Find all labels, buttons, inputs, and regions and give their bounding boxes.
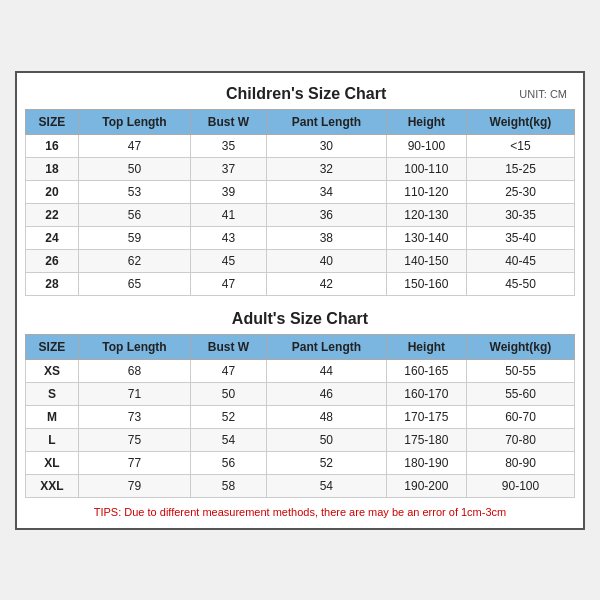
table-cell: 32 (266, 157, 386, 180)
table-cell: 170-175 (386, 405, 466, 428)
adult-col-weight: Weight(kg) (466, 334, 574, 359)
table-cell: 75 (78, 428, 190, 451)
table-cell: 42 (266, 272, 386, 295)
table-cell: 110-120 (386, 180, 466, 203)
children-title-row: Children's Size Chart UNIT: CM (25, 81, 575, 109)
table-cell: 54 (266, 474, 386, 497)
table-cell: 16 (26, 134, 79, 157)
table-cell: 44 (266, 359, 386, 382)
table-cell: 41 (191, 203, 267, 226)
table-cell: 190-200 (386, 474, 466, 497)
table-cell: XXL (26, 474, 79, 497)
table-cell: 50 (191, 382, 267, 405)
table-cell: 50 (78, 157, 190, 180)
table-cell: 20 (26, 180, 79, 203)
table-cell: 30-35 (466, 203, 574, 226)
table-row: XL775652180-19080-90 (26, 451, 575, 474)
table-cell: 22 (26, 203, 79, 226)
table-cell: 48 (266, 405, 386, 428)
adult-col-pantlength: Pant Length (266, 334, 386, 359)
table-cell: 24 (26, 226, 79, 249)
children-col-bustw: Bust W (191, 109, 267, 134)
children-col-weight: Weight(kg) (466, 109, 574, 134)
table-cell: 46 (266, 382, 386, 405)
table-cell: 35 (191, 134, 267, 157)
table-cell: 50 (266, 428, 386, 451)
table-cell: 80-90 (466, 451, 574, 474)
table-row: 18503732100-11015-25 (26, 157, 575, 180)
table-row: 20533934110-12025-30 (26, 180, 575, 203)
adult-title-row: Adult's Size Chart (25, 306, 575, 334)
table-cell: 60-70 (466, 405, 574, 428)
table-cell: 39 (191, 180, 267, 203)
table-cell: 90-100 (466, 474, 574, 497)
adult-col-toplength: Top Length (78, 334, 190, 359)
children-col-size: SIZE (26, 109, 79, 134)
table-cell: 40-45 (466, 249, 574, 272)
adult-table: SIZE Top Length Bust W Pant Length Heigh… (25, 334, 575, 498)
table-cell: 47 (78, 134, 190, 157)
table-row: 24594338130-14035-40 (26, 226, 575, 249)
table-cell: 58 (191, 474, 267, 497)
adult-body: XS684744160-16550-55S715046160-17055-60M… (26, 359, 575, 497)
chart-wrapper: Children's Size Chart UNIT: CM SIZE Top … (15, 71, 585, 530)
table-row: XS684744160-16550-55 (26, 359, 575, 382)
table-cell: 38 (266, 226, 386, 249)
adult-title: Adult's Size Chart (33, 310, 567, 328)
table-cell: 56 (191, 451, 267, 474)
children-title: Children's Size Chart (93, 85, 519, 103)
table-cell: 52 (266, 451, 386, 474)
table-cell: 100-110 (386, 157, 466, 180)
unit-label: UNIT: CM (519, 88, 567, 100)
table-cell: 68 (78, 359, 190, 382)
table-cell: 55-60 (466, 382, 574, 405)
table-cell: 73 (78, 405, 190, 428)
children-col-toplength: Top Length (78, 109, 190, 134)
table-cell: 77 (78, 451, 190, 474)
table-cell: 140-150 (386, 249, 466, 272)
table-cell: 47 (191, 359, 267, 382)
children-table: SIZE Top Length Bust W Pant Length Heigh… (25, 109, 575, 296)
table-cell: 90-100 (386, 134, 466, 157)
table-cell: 30 (266, 134, 386, 157)
table-row: M735248170-17560-70 (26, 405, 575, 428)
adult-col-size: SIZE (26, 334, 79, 359)
table-cell: 40 (266, 249, 386, 272)
table-cell: 36 (266, 203, 386, 226)
table-row: L755450175-18070-80 (26, 428, 575, 451)
table-cell: 35-40 (466, 226, 574, 249)
table-cell: 120-130 (386, 203, 466, 226)
table-cell: 160-170 (386, 382, 466, 405)
table-cell: 52 (191, 405, 267, 428)
table-cell: 54 (191, 428, 267, 451)
table-cell: 47 (191, 272, 267, 295)
adult-section: Adult's Size Chart SIZE Top Length Bust … (25, 306, 575, 498)
table-cell: 43 (191, 226, 267, 249)
table-cell: M (26, 405, 79, 428)
table-cell: 130-140 (386, 226, 466, 249)
table-cell: <15 (466, 134, 574, 157)
table-cell: 160-165 (386, 359, 466, 382)
table-row: 1647353090-100<15 (26, 134, 575, 157)
table-cell: 79 (78, 474, 190, 497)
table-cell: 56 (78, 203, 190, 226)
adult-col-bustw: Bust W (191, 334, 267, 359)
table-row: XXL795854190-20090-100 (26, 474, 575, 497)
table-row: S715046160-17055-60 (26, 382, 575, 405)
table-cell: 45-50 (466, 272, 574, 295)
table-cell: 175-180 (386, 428, 466, 451)
table-cell: 71 (78, 382, 190, 405)
table-cell: 70-80 (466, 428, 574, 451)
table-cell: 28 (26, 272, 79, 295)
table-cell: L (26, 428, 79, 451)
table-cell: 45 (191, 249, 267, 272)
table-cell: 26 (26, 249, 79, 272)
table-cell: XS (26, 359, 79, 382)
table-cell: 37 (191, 157, 267, 180)
children-col-height: Height (386, 109, 466, 134)
table-cell: S (26, 382, 79, 405)
table-cell: XL (26, 451, 79, 474)
table-row: 26624540140-15040-45 (26, 249, 575, 272)
table-cell: 18 (26, 157, 79, 180)
table-row: 22564136120-13030-35 (26, 203, 575, 226)
